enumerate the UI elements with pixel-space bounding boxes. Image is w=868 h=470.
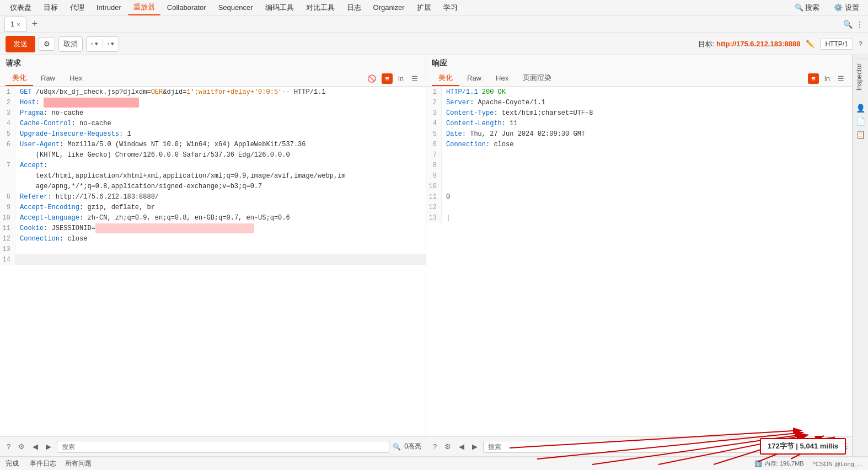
request-toggle-ln[interactable]: ln [396, 73, 406, 84]
request-help-btn[interactable]: ? [4, 441, 13, 452]
code-line: 9 Accept-Encoding: gzip, deflate, br [0, 202, 426, 212]
request-tab-raw[interactable]: Raw [34, 72, 62, 86]
menu-sequencer[interactable]: Sequencer [213, 1, 259, 14]
response-header: 响应 美化 Raw Hex 页面渲染 ≡ ln ☰ [426, 55, 852, 87]
menu-search[interactable]: 🔍 搜索 [790, 1, 824, 15]
response-tab-pretty[interactable]: 美化 [432, 71, 459, 86]
code-line: 1 GET /u8qx/bx_dj_check.jsp?djlxdm=OER&d… [0, 87, 426, 97]
code-line: (KHTML, like Gecko) Chrome/126.0.0.0 Saf… [0, 149, 426, 160]
code-line: 5 Upgrade-Insecure-Requests: 1 [0, 129, 426, 139]
response-panel: 响应 美化 Raw Hex 页面渲染 ≡ ln ☰ 1 HTTP [426, 55, 853, 456]
document-icon[interactable]: 📄 [856, 117, 865, 126]
protocol-badge[interactable]: HTTP/1 [820, 39, 853, 50]
menu-organizer[interactable]: Organizer [368, 1, 410, 14]
tab-add[interactable]: + [29, 18, 41, 30]
menu-proxy[interactable]: 代理 [65, 1, 90, 15]
person-icon[interactable]: 👤 [856, 104, 865, 113]
code-line: 8 [426, 160, 852, 170]
code-line: 7 [426, 149, 852, 160]
response-back-btn[interactable]: ◀ [457, 441, 467, 452]
code-line: 2 Server: Apache-Coyote/1.1 [426, 97, 852, 108]
code-line: 13 | [426, 212, 852, 223]
all-issues-tab[interactable]: 所有问题 [65, 459, 92, 468]
settings-button[interactable]: ⚙ [39, 37, 55, 51]
edit-target-icon[interactable]: ✏️ [806, 40, 815, 48]
code-line: 4 Cache-Control: no-cache [0, 118, 426, 129]
cancel-button[interactable]: 取消 [58, 36, 83, 52]
tab-close[interactable]: × [17, 21, 20, 28]
request-highlight-count: 0高亮 [404, 442, 421, 451]
request-forward-btn[interactable]: ▶ [44, 441, 53, 452]
request-title: 请求 [6, 58, 420, 68]
tab-1[interactable]: 1 × [4, 17, 26, 32]
code-line: 6 Connection: close [426, 139, 852, 149]
response-settings-btn[interactable]: ⚙ [442, 441, 453, 452]
target-url: http://175.6.212.183:8888 [716, 40, 800, 48]
request-settings-btn[interactable]: ⚙ [16, 441, 27, 452]
request-panel: 请求 美化 Raw Hex 🚫 ≡ ln ☰ 1 GET [0, 55, 426, 456]
response-tab-render[interactable]: 页面渲染 [516, 71, 558, 86]
response-tab-hex[interactable]: Hex [489, 72, 515, 86]
code-line: 10 [426, 181, 852, 191]
response-tab-raw[interactable]: Raw [460, 72, 488, 86]
request-toggle-wrap[interactable]: ≡ [382, 73, 393, 84]
menu-repeater[interactable]: 重放器 [128, 0, 160, 15]
code-line: 12 Connection: close [0, 233, 426, 244]
status-complete: 完成 [6, 459, 19, 468]
memory-info: ℹ️ 内存: 196.7MB [754, 460, 803, 468]
tab-search-icon[interactable]: 🔍 [843, 20, 853, 29]
code-line: 13 [0, 244, 426, 254]
tab-more-icon[interactable]: ⋮ [856, 20, 864, 29]
nav-forward-button[interactable]: › ▾ [103, 39, 119, 49]
inspector-tab[interactable]: Inspector [853, 58, 868, 95]
code-line: 2 Host: [0, 97, 426, 108]
list-icon[interactable]: 📋 [856, 130, 865, 139]
request-tab-hex[interactable]: Hex [63, 72, 89, 86]
request-toggle-hidden[interactable]: 🚫 [365, 73, 378, 84]
app-status-bar: 完成 事件日志 所有问题 ℹ️ 内存: 196.7MB ^CSDN @Long_… [0, 457, 868, 470]
response-toggle-more[interactable]: ☰ [835, 73, 846, 84]
right-sidebar: Inspector 👤 📄 📋 [853, 55, 868, 456]
response-info-box: 172字节 | 5,041 millis [760, 438, 846, 455]
code-line: 7 Accept: [0, 160, 426, 170]
code-line: 11 Cookie: JSESSIONID= [0, 223, 426, 233]
target-label: 目标: http://175.6.212.183:8888 [698, 39, 801, 49]
response-forward-btn[interactable]: ▶ [470, 441, 480, 452]
menu-collaborator[interactable]: Collaborator [162, 1, 212, 14]
menu-learn[interactable]: 学习 [438, 1, 463, 15]
menu-comparer[interactable]: 对比工具 [301, 1, 340, 15]
nav-back-button[interactable]: ‹ ▾ [87, 39, 103, 49]
menu-encoder[interactable]: 编码工具 [260, 1, 299, 15]
menu-dashboard[interactable]: 仪表盘 [4, 1, 37, 15]
request-bottom-bar: ? ⚙ ◀ ▶ 🔍 0高亮 [0, 436, 426, 456]
request-toggle-more[interactable]: ☰ [409, 73, 420, 84]
response-toggle-ln[interactable]: ln [822, 73, 832, 84]
request-code-area[interactable]: 1 GET /u8qx/bx_dj_check.jsp?djlxdm=OER&d… [0, 87, 426, 436]
menu-target[interactable]: 目标 [38, 1, 63, 15]
menu-settings[interactable]: ⚙️ 设置 [829, 1, 864, 15]
help-icon[interactable]: ? [859, 40, 862, 48]
response-help-btn[interactable]: ? [431, 441, 439, 452]
menu-logger[interactable]: 日志 [341, 1, 367, 15]
event-log-tab[interactable]: 事件日志 [30, 459, 56, 468]
code-line: 3 Content-Type: text/html;charset=UTF-8 [426, 108, 852, 118]
code-line: 4 Content-Length: 11 [426, 118, 852, 129]
request-back-btn[interactable]: ◀ [30, 441, 40, 452]
request-tab-pretty[interactable]: 美化 [6, 71, 33, 86]
request-search-icon[interactable]: 🔍 [393, 443, 401, 451]
code-line: 10 Accept-Language: zh-CN, zh;q=0.9, en;… [0, 212, 426, 223]
code-line: 11 0 [426, 191, 852, 202]
response-code-area[interactable]: 1 HTTP/1.1 200 OK 2 Server: Apache-Coyot… [426, 87, 852, 436]
request-header: 请求 美化 Raw Hex 🚫 ≡ ln ☰ [0, 55, 426, 87]
menu-extensions[interactable]: 扩展 [411, 1, 437, 15]
code-line: 5 Date: Thu, 27 Jun 2024 02:09:30 GMT [426, 129, 852, 139]
code-line: 1 HTTP/1.1 200 OK [426, 87, 852, 97]
response-toggle-wrap[interactable]: ≡ [808, 73, 819, 84]
request-search-input[interactable] [57, 441, 389, 453]
code-line: 3 Pragma: no-cache [0, 108, 426, 118]
send-button[interactable]: 发送 [6, 36, 35, 52]
menu-intruder[interactable]: Intruder [91, 1, 127, 14]
code-line: 9 [426, 170, 852, 181]
response-title: 响应 [432, 58, 846, 68]
nav-back-forward: ‹ ▾ › ▾ [86, 36, 119, 52]
